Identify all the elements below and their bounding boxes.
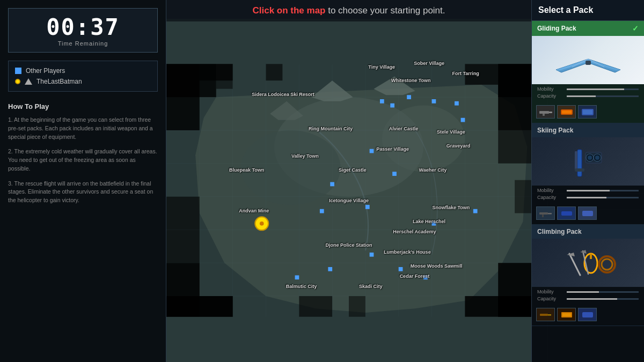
svg-rect-73: [543, 114, 545, 116]
map-area[interactable]: Sober VillageFort TarringTiny VillageWhi…: [166, 19, 531, 362]
climbing-mobility-bar-bg: [567, 291, 639, 293]
player-triangle-icon: [25, 78, 32, 85]
svg-rect-62: [328, 267, 332, 271]
skiing-pack-stats: Mobility Capacity: [532, 186, 644, 204]
how-to-play-step-1: 1. At the beginning of the game you can …: [8, 116, 158, 141]
click-text: Click on the map: [252, 5, 325, 16]
skiing-svg: [553, 142, 623, 182]
climbing-pack-item[interactable]: Climbing Pack: [532, 225, 644, 326]
capacity-label: Capacity: [537, 93, 564, 99]
how-to-play-title: How To Play: [8, 102, 158, 110]
svg-rect-31: [498, 64, 531, 130]
player-name-label: TheLastBatman: [36, 78, 82, 85]
map-header-rest: to choose your starting point.: [326, 5, 445, 16]
select-pack-header: Select a Pack: [532, 0, 644, 21]
skiing-mobility-bar-fill: [567, 190, 610, 191]
gliding-mobility-row: Mobility: [537, 86, 639, 92]
climbing-capacity-label: Capacity: [537, 296, 564, 301]
svg-rect-29: [166, 64, 200, 130]
skiing-capacity-bar-fill: [567, 197, 606, 198]
svg-rect-77: [583, 110, 592, 114]
svg-rect-54: [370, 149, 374, 153]
svg-rect-72: [549, 112, 552, 113]
climbing-pack-image: [532, 239, 644, 287]
svg-rect-45: [498, 296, 531, 317]
timer-box: 00:37 Time Remaining: [8, 8, 158, 53]
mobility-bar-bg: [567, 88, 639, 90]
svg-rect-97: [540, 314, 548, 316]
climbing-item-2: [557, 308, 576, 321]
climbing-weapon-item: [536, 308, 555, 321]
skiing-capacity-row: Capacity: [537, 195, 639, 200]
skiing-pack-item[interactable]: Skiing Pack Mo: [532, 123, 644, 225]
legend-box: Other Players TheLastBatman: [8, 61, 158, 92]
skiing-pack-header[interactable]: Skiing Pack: [532, 123, 644, 137]
gliding-item-3: [578, 105, 597, 119]
how-to-play-step-3: 3. The rescue flight will arrive on the …: [8, 180, 158, 205]
svg-rect-51: [432, 99, 436, 104]
gliding-pack-checkmark: ✓: [632, 24, 639, 33]
svg-rect-55: [330, 182, 334, 187]
climbing-svg: [553, 243, 623, 283]
svg-rect-89: [561, 211, 572, 216]
svg-rect-65: [423, 275, 428, 279]
svg-rect-61: [370, 253, 374, 257]
svg-rect-71: [539, 111, 549, 114]
svg-rect-98: [548, 314, 551, 316]
svg-rect-78: [577, 150, 582, 176]
svg-rect-70: [586, 61, 591, 65]
svg-rect-101: [582, 312, 593, 317]
svg-rect-100: [562, 313, 571, 316]
skiing-pack-image: [532, 137, 644, 186]
capacity-bar-fill: [567, 95, 596, 97]
svg-line-91: [569, 254, 580, 275]
gliding-pack-item[interactable]: Gliding Pack ✓ Mobility: [532, 21, 644, 123]
svg-rect-48: [380, 99, 384, 104]
gliding-weapon-item: [536, 105, 555, 119]
map-header: Click on the map to choose your starting…: [166, 0, 531, 21]
other-players-label: Other Players: [26, 67, 65, 75]
svg-rect-46: [216, 64, 233, 88]
right-panel: Select a Pack Gliding Pack ✓: [531, 0, 644, 362]
gliding-items-row: [532, 102, 644, 123]
player-dot-icon: [15, 79, 20, 84]
skiing-weapon-item: [536, 206, 555, 220]
svg-rect-63: [295, 275, 299, 279]
svg-rect-90: [582, 211, 593, 216]
svg-rect-88: [542, 215, 544, 217]
svg-rect-41: [166, 197, 200, 230]
climbing-mobility-row: Mobility: [537, 289, 639, 294]
legend-player: TheLastBatman: [15, 76, 151, 87]
capacity-bar-bg: [567, 95, 639, 97]
left-panel: 00:37 Time Remaining Other Players TheLa…: [0, 0, 166, 362]
climbing-capacity-bar-bg: [567, 298, 639, 300]
svg-rect-43: [200, 296, 233, 317]
how-to-play-step-2: 2. The extremely cold weather will gradu…: [8, 147, 158, 173]
svg-rect-75: [562, 110, 572, 114]
svg-point-95: [602, 259, 612, 270]
svg-rect-44: [299, 296, 332, 317]
svg-point-83: [588, 156, 592, 160]
center-map[interactable]: Click on the map to choose your starting…: [166, 0, 531, 362]
timer-display: 00:37: [17, 14, 149, 40]
svg-point-67: [260, 221, 264, 226]
skiing-mobility-row: Mobility: [537, 188, 639, 193]
svg-rect-59: [365, 205, 370, 209]
climbing-mobility-bar-fill: [567, 291, 599, 293]
skiing-mobility-label: Mobility: [537, 188, 564, 193]
skiing-item-3: [578, 206, 597, 220]
skiing-capacity-bar-bg: [567, 197, 639, 198]
climbing-items-row: [532, 305, 644, 326]
how-to-play-section: How To Play 1. At the beginning of the g…: [8, 100, 158, 354]
climbing-capacity-bar-fill: [567, 298, 617, 300]
svg-rect-60: [320, 209, 324, 213]
mobility-label: Mobility: [537, 86, 564, 92]
svg-rect-64: [399, 267, 403, 271]
svg-rect-49: [390, 104, 394, 108]
gliding-pack-header[interactable]: Gliding Pack ✓: [532, 21, 644, 36]
climbing-pack-header[interactable]: Climbing Pack: [532, 225, 644, 239]
legend-other-players: Other Players: [15, 65, 151, 76]
svg-rect-50: [407, 95, 411, 99]
climbing-pack-stats: Mobility Capacity: [532, 287, 644, 305]
glider-svg: [553, 40, 623, 80]
